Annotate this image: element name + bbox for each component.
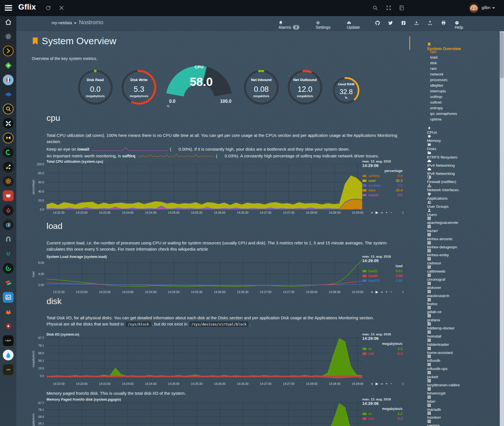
avatar[interactable] xyxy=(468,3,479,13)
nav-section-cpus[interactable]: CPUs xyxy=(427,126,437,131)
chart-resize-handle[interactable]: ↕ xyxy=(402,381,404,386)
legend-entry-user[interactable]: user35.3 xyxy=(362,179,403,183)
legend-entry-load5[interactable]: load52.68 xyxy=(362,274,403,278)
nav-item-softnet[interactable]: softnet xyxy=(430,100,442,105)
hamburger-icon[interactable] xyxy=(5,5,12,11)
chart-play-icon[interactable]: ▶ xyxy=(375,210,378,215)
search-icon[interactable] xyxy=(372,5,378,11)
nav-section-ipv4-networking[interactable]: IPv4 Networking xyxy=(427,159,455,164)
dock-icon-horseshoe[interactable] xyxy=(3,234,14,245)
dock-icon-pocket[interactable] xyxy=(3,190,14,201)
hosts-dropdown[interactable]: my-netdata xyxy=(52,21,77,25)
nav-item-cpu[interactable]: cpu xyxy=(430,50,436,55)
nav-app-monitorr[interactable]: monitorr xyxy=(427,411,441,416)
nav-app-grafana[interactable]: grafana xyxy=(427,314,440,319)
dock-icon-plex[interactable] xyxy=(3,46,14,56)
dock-icon-calibre-web[interactable] xyxy=(3,75,14,85)
chart-resize-handle[interactable]: ↕ xyxy=(402,289,404,294)
alarms-button[interactable]: Alarms2 xyxy=(278,21,299,30)
legend-entry-out[interactable]: out-5.3 xyxy=(362,352,403,356)
dock-icon-sabnzbd[interactable]: sab xyxy=(3,364,14,375)
nav-section-user-groups[interactable]: User Groups xyxy=(427,200,449,206)
printer-icon[interactable] xyxy=(441,20,446,26)
update-button[interactable]: Update xyxy=(347,21,360,30)
nav-app-diskover[interactable]: diskover xyxy=(427,281,441,286)
nav-item-uptime[interactable]: uptime xyxy=(430,117,442,122)
nav-item-entropy[interactable]: entropy xyxy=(430,106,443,111)
chart-system-cpu[interactable]: Total CPU utilization (system.cpu)percen… xyxy=(31,160,409,220)
nav-item-load[interactable]: load xyxy=(430,55,437,60)
chart-plot-area[interactable] xyxy=(47,337,362,381)
nav-app-lazylibrarian-calibre[interactable]: lazylibrarian-calibre xyxy=(427,379,460,384)
nav-app-gitlab-ce[interactable]: gitlab-ce xyxy=(427,305,441,311)
nav-item-ipc-semaphores[interactable]: ipc semaphores xyxy=(430,111,457,117)
twitter-icon[interactable] xyxy=(388,20,393,26)
chart-plot-area[interactable] xyxy=(47,402,362,426)
nav-item-network[interactable]: network xyxy=(430,72,443,77)
github-icon[interactable] xyxy=(375,20,380,26)
nav-app-elasticsearch[interactable]: elasticsearch xyxy=(427,289,449,295)
nav-item-ram[interactable]: ram xyxy=(430,66,437,72)
nav-section-firewall-netfilter-[interactable]: Firewall (netfilter) xyxy=(427,175,456,181)
nav-section-network-interfaces[interactable]: Network Interfaces xyxy=(427,183,459,189)
scrollbar-thumb[interactable] xyxy=(500,32,504,78)
chart-skip-forward-icon[interactable]: » xyxy=(381,290,383,294)
chart-system-io[interactable]: Disk I/O (system.io)megabytes/s97.778.15… xyxy=(31,333,409,393)
nav-app-binhex-emby[interactable]: binhex-emby xyxy=(427,249,449,254)
dock-icon-shield-download[interactable] xyxy=(3,321,14,331)
chart-zoom-in-icon[interactable]: + xyxy=(385,210,388,215)
nav-app-jackett[interactable]: jackett xyxy=(427,371,438,376)
chart-zoom-in-icon[interactable]: + xyxy=(385,290,388,294)
chart-skip-forward-icon[interactable]: » xyxy=(381,382,383,386)
gauge-cpu[interactable]: CPU58.00.0100.0% xyxy=(161,61,237,108)
dock-icon-airsonic[interactable] xyxy=(3,89,14,100)
upload-icon[interactable] xyxy=(427,20,433,26)
nav-app-calibreweb[interactable]: calibreweb xyxy=(427,265,445,270)
chart-skip-back-icon[interactable]: « xyxy=(371,210,373,215)
dock-icon-ubooquity[interactable]: U xyxy=(3,248,14,259)
nav-section-ipv6-networking[interactable]: IPv6 Networking xyxy=(427,167,455,173)
dock-icon-gitlab[interactable] xyxy=(3,306,14,317)
nav-section-users[interactable]: Users xyxy=(427,208,437,214)
chart-skip-back-icon[interactable]: « xyxy=(371,382,373,386)
download-icon[interactable] xyxy=(414,20,419,26)
gauge-net-outbound[interactable]: Net Outbound12.0megabits/s xyxy=(285,68,325,107)
dock-icon-settings[interactable] xyxy=(3,31,14,42)
chart-play-icon[interactable]: ▶ xyxy=(375,382,378,386)
nav-app-hddtemp-docker[interactable]: hddtemp-docker xyxy=(427,322,455,327)
gauge-disk-write[interactable]: Disk Write5.3megabytes/s xyxy=(119,68,159,107)
app-title[interactable]: Gflix xyxy=(18,3,36,12)
nav-app-chronograf[interactable]: chronograf xyxy=(427,273,445,278)
legend-entry-out[interactable]: out-5.2 xyxy=(362,417,403,421)
help-button[interactable]: ?Help xyxy=(455,21,463,30)
refresh-icon[interactable] xyxy=(45,5,51,11)
legend-entry-iowait[interactable]: iowait0.0 xyxy=(362,193,403,197)
dock-icon-cluster[interactable] xyxy=(3,205,14,216)
nav-app-lidarr[interactable]: lidarr xyxy=(427,395,436,400)
fullscreen-icon[interactable] xyxy=(386,5,392,11)
dock-icon-water-drop[interactable] xyxy=(3,350,14,360)
settings-button[interactable]: Settings xyxy=(316,21,330,30)
nav-app-home-assistant[interactable]: home-assistant xyxy=(427,346,453,351)
nav-app-hiddenloader[interactable]: hiddenloader xyxy=(427,338,449,343)
dock-icon-emby[interactable] xyxy=(3,60,14,71)
nav-app-binhex-delugevpn[interactable]: binhex-delugevpn xyxy=(427,241,457,246)
nav-section-applications[interactable]: Applications xyxy=(427,192,448,197)
dock-icon-node-graph[interactable] xyxy=(3,162,14,172)
facebook-icon[interactable] xyxy=(401,20,406,26)
dock-icon-pills[interactable] xyxy=(3,277,14,288)
nav-app-netdata[interactable]: netdata xyxy=(427,419,440,424)
nav-item-softirqs[interactable]: softirqs xyxy=(430,95,443,100)
chart-system-pgpgio[interactable]: Memory Paged from/to disk (system.pgpgio… xyxy=(31,398,409,426)
chart-play-icon[interactable]: ▶ xyxy=(375,290,378,294)
legend-entry-system[interactable]: system2.3 xyxy=(362,184,403,188)
dock-icon-chronograf[interactable] xyxy=(3,176,14,187)
chart-zoom-out-icon[interactable]: − xyxy=(390,382,392,386)
legend-entry-softirq[interactable]: softirq0.0 xyxy=(362,174,403,178)
chart-zoom-out-icon[interactable]: − xyxy=(390,290,392,294)
nav-item-interrupts[interactable]: interrupts xyxy=(430,89,446,94)
dock-icon-lidarr[interactable] xyxy=(3,133,14,143)
nav-app-cadvisor[interactable]: cadvisor xyxy=(427,257,441,262)
chart-skip-forward-icon[interactable]: » xyxy=(381,210,383,215)
nav-section-memory[interactable]: Memory xyxy=(427,134,441,140)
